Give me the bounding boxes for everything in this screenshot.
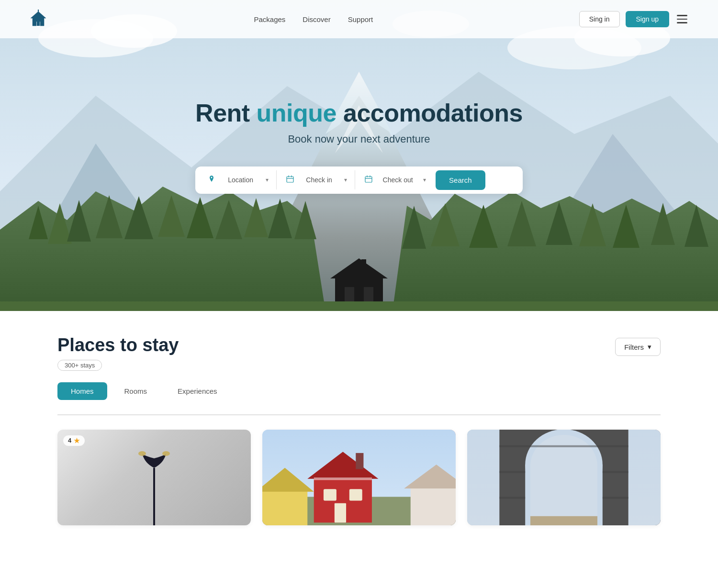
svg-rect-51 bbox=[324, 489, 337, 500]
filters-label: Filters bbox=[624, 343, 644, 351]
nav-item-discover[interactable]: Discover bbox=[303, 15, 330, 23]
hamburger-line-3 bbox=[677, 22, 687, 23]
location-icon bbox=[208, 175, 215, 185]
places-section: Places to stay Filters ▾ 300+ stays Home… bbox=[0, 311, 718, 544]
property-card-3[interactable] bbox=[467, 430, 661, 525]
hero-title-highlight: unique bbox=[257, 99, 337, 127]
nav-item-support[interactable]: Support bbox=[348, 15, 373, 23]
svg-rect-55 bbox=[356, 453, 363, 469]
places-header-left: Places to stay bbox=[57, 335, 179, 355]
places-header: Places to stay Filters ▾ bbox=[57, 335, 661, 356]
checkout-label: Check out bbox=[376, 176, 419, 184]
card-1-image: 4 ★ bbox=[57, 430, 251, 525]
svg-rect-43 bbox=[365, 177, 372, 182]
tab-divider bbox=[57, 414, 661, 415]
places-title: Places to stay bbox=[57, 335, 179, 355]
nav-actions: Sing in Sign up bbox=[579, 11, 689, 27]
location-chevron-icon: ▾ bbox=[266, 177, 269, 183]
svg-rect-39 bbox=[364, 287, 373, 301]
svg-rect-68 bbox=[499, 471, 525, 473]
hero-title-part1: Rent bbox=[195, 99, 257, 127]
checkin-chevron-icon: ▾ bbox=[344, 177, 347, 183]
checkin-field[interactable]: Check in ▾ bbox=[279, 170, 355, 189]
signin-button[interactable]: Sing in bbox=[579, 11, 620, 27]
hamburger-menu-button[interactable] bbox=[675, 13, 689, 25]
location-label: Location bbox=[219, 176, 262, 184]
stays-count-badge: 300+ stays bbox=[57, 360, 102, 371]
property-card-1[interactable]: 4 ★ bbox=[57, 430, 251, 525]
svg-rect-52 bbox=[349, 489, 362, 500]
search-button[interactable]: Search bbox=[436, 170, 485, 190]
tab-experiences[interactable]: Experiences bbox=[164, 382, 231, 400]
svg-rect-71 bbox=[603, 497, 628, 499]
search-bar: Location ▾ Check in ▾ bbox=[195, 166, 523, 194]
nav-item-packages[interactable]: Packages bbox=[254, 15, 285, 23]
svg-rect-42 bbox=[287, 177, 293, 182]
location-field[interactable]: Location ▾ bbox=[200, 170, 277, 189]
checkout-field[interactable]: Check out ▾ bbox=[357, 170, 434, 189]
card-3-image bbox=[467, 430, 661, 525]
hero-title: Rent unique accomodations bbox=[195, 99, 523, 127]
logo-icon bbox=[29, 9, 48, 30]
svg-rect-54 bbox=[314, 477, 372, 480]
card-2-image bbox=[262, 430, 456, 525]
stays-count-text: 300+ stays bbox=[65, 362, 95, 369]
hero-content: Rent unique accomodations Book now your … bbox=[195, 99, 523, 194]
property-card-2[interactable] bbox=[262, 430, 456, 525]
svg-rect-40 bbox=[361, 259, 366, 271]
checkin-label: Check in bbox=[298, 176, 340, 184]
hero-subtitle: Book now your next adventure bbox=[195, 133, 523, 145]
tab-homes[interactable]: Homes bbox=[57, 382, 107, 400]
svg-rect-67 bbox=[499, 445, 628, 447]
svg-rect-69 bbox=[603, 471, 628, 473]
category-tabs: Homes Rooms Experiences bbox=[57, 382, 661, 400]
filters-button[interactable]: Filters ▾ bbox=[615, 338, 661, 356]
hamburger-line-1 bbox=[677, 15, 687, 16]
svg-rect-53 bbox=[335, 503, 346, 522]
signup-button[interactable]: Sign up bbox=[626, 11, 669, 27]
svg-rect-41 bbox=[0, 301, 718, 311]
nav-links: Packages Discover Support bbox=[254, 15, 373, 23]
tab-rooms[interactable]: Rooms bbox=[111, 382, 161, 400]
checkout-calendar-icon bbox=[365, 175, 372, 185]
navbar: Packages Discover Support Sing in Sign u… bbox=[0, 0, 718, 38]
svg-rect-44 bbox=[153, 468, 155, 525]
card-1-rating: 4 ★ bbox=[63, 435, 85, 446]
svg-point-45 bbox=[138, 451, 146, 456]
filters-chevron-icon: ▾ bbox=[648, 343, 651, 351]
property-cards-grid: 4 ★ bbox=[57, 430, 661, 525]
card-1-star-icon: ★ bbox=[74, 437, 80, 444]
hero-section: Rent unique accomodations Book now your … bbox=[0, 0, 718, 311]
hero-title-part2: accomodations bbox=[337, 99, 523, 127]
logo[interactable] bbox=[29, 9, 48, 30]
card-1-rating-value: 4 bbox=[68, 437, 71, 444]
svg-rect-58 bbox=[411, 487, 456, 525]
svg-rect-70 bbox=[499, 497, 525, 499]
svg-point-46 bbox=[162, 451, 170, 456]
svg-rect-56 bbox=[262, 490, 307, 525]
checkout-chevron-icon: ▾ bbox=[423, 177, 426, 183]
svg-rect-0 bbox=[37, 22, 40, 26]
hamburger-line-2 bbox=[677, 19, 687, 20]
checkin-calendar-icon bbox=[286, 175, 294, 185]
svg-rect-66 bbox=[530, 516, 597, 525]
